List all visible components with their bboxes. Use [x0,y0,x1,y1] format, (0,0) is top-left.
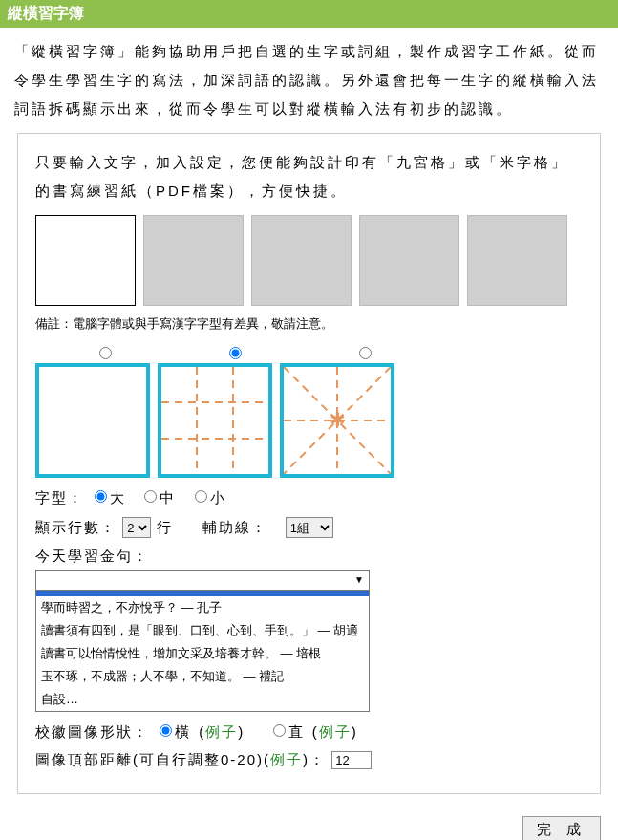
intro-text: 「縱橫習字簿」能夠協助用戶把自選的生字或詞組，製作成習字工作紙。從而令學生學習生… [0,28,618,133]
golden-select-list: 學而時習之，不亦悅乎？ — 孔子 讀書須有四到，是「眼到、口到、心到、手到。」 … [35,591,370,712]
guides-label: 輔助線： [202,519,267,535]
char-input-3[interactable] [251,215,352,306]
grid-style-radio-mi[interactable] [359,347,372,359]
font-size-field: 字型： 大 中 小 [35,487,583,507]
note-text: 備註：電腦字體或與手寫漢字字型有差異，敬請注意。 [35,315,583,333]
grid-preview-blank[interactable] [35,363,150,478]
done-button[interactable]: 完 成 [522,816,601,840]
rows-guides-field: 顯示行數： 2 行 輔助線： 1組 [35,517,583,538]
font-size-small-radio[interactable] [195,490,207,503]
panel-lead: 只要輸入文字，加入設定，您便能夠設計印有「九宮格」或「米字格」的書寫練習紙（PD… [35,148,583,205]
golden-label: 今天學習金句： [35,548,583,566]
logo-shape-h-radio[interactable] [160,724,172,737]
char-input-5[interactable] [467,215,567,306]
rows-unit: 行 [157,519,173,535]
char-input-4[interactable] [359,215,459,306]
character-input-row [35,215,583,306]
rows-label: 顯示行數： [35,519,117,535]
settings-panel: 只要輸入文字，加入設定，您便能夠設計印有「九宮格」或「米字格」的書寫練習紙（PD… [17,133,601,794]
page-title: 縱橫習字簿 [8,5,84,21]
guides-select[interactable]: 1組 [286,517,333,538]
golden-select-box[interactable]: ▼ [35,570,370,591]
char-input-1[interactable] [35,215,136,306]
grid-style-radio-nine[interactable] [229,347,242,359]
golden-option-3[interactable]: 讀書可以怡情悅性，增加文采及培養才幹。 — 培根 [36,642,369,665]
golden-option-5[interactable]: 自設… [36,688,369,711]
top-distance-field: 圖像頂部距離(可自行調整0-20)(例子)： [35,751,583,769]
grid-style-row: ✱ [35,344,583,478]
top-distance-input[interactable] [331,751,372,769]
grid-style-radio-blank[interactable] [99,347,112,359]
rows-select[interactable]: 2 [122,517,151,538]
svg-text:✱: ✱ [330,409,346,430]
golden-option-2[interactable]: 讀書須有四到，是「眼到、口到、心到、手到。」 — 胡適 [36,619,369,642]
top-distance-example-link[interactable]: 例子 [270,751,303,767]
font-size-large-radio[interactable] [95,490,107,503]
grid-preview-nine[interactable] [158,363,272,478]
font-size-label: 字型： [35,489,84,506]
golden-select[interactable]: ▼ 學而時習之，不亦悅乎？ — 孔子 讀書須有四到，是「眼到、口到、心到、手到。… [35,570,583,712]
logo-shape-label: 校徽圖像形狀： [35,723,149,740]
golden-option-1[interactable]: 學而時習之，不亦悅乎？ — 孔子 [36,596,369,619]
dropdown-arrow-icon: ▼ [352,572,367,588]
logo-shape-v-radio[interactable] [273,724,286,737]
logo-shape-v-example-link[interactable]: 例子 [319,723,352,740]
logo-shape-h-example-link[interactable]: 例子 [205,723,238,740]
page-header: 縱橫習字簿 [0,0,618,28]
grid-preview-mi[interactable]: ✱ [280,363,394,478]
top-distance-label: 圖像頂部距離(可自行調整0-20) [35,751,264,767]
font-size-medium-radio[interactable] [144,490,157,503]
logo-shape-field: 校徽圖像形狀： 橫(例子) 直(例子) [35,722,583,742]
golden-option-4[interactable]: 玉不琢，不成器；人不學，不知道。 — 禮記 [36,665,369,688]
char-input-2[interactable] [143,215,244,306]
